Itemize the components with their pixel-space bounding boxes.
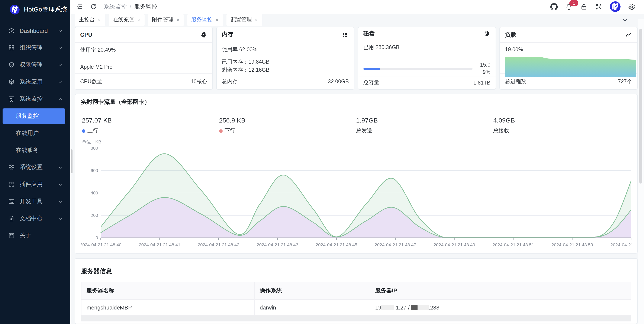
sidebar-item-system-monitor[interactable]: 系统监控	[0, 91, 70, 108]
stat-label: 下行	[224, 127, 235, 134]
server-table-row: mengshuaideMBP darwin 19 1.27 / .238	[81, 299, 631, 315]
disk-card-body: 已用 280.36GB 15.09%	[358, 40, 496, 76]
app-root: HotGo管理系统 Dashboard 组织管理 权限管	[0, 0, 644, 324]
sidebar-item-permissions[interactable]: 权限管理	[0, 56, 70, 73]
sidebar-item-label: 开发工具	[20, 198, 58, 205]
chevron-down-icon	[58, 46, 63, 50]
tab-close-icon[interactable]: ×	[176, 17, 179, 23]
tab-console[interactable]: 主控台 ×	[75, 14, 105, 26]
scrollbar-thumb[interactable]	[639, 29, 642, 184]
svg-text:2024-04-21 21:48:55: 2024-04-21 21:48:55	[610, 242, 632, 247]
trend-line-icon	[625, 31, 632, 38]
stat-label: 上行	[88, 127, 98, 134]
stat-total-sent: 1.97GB 总发送	[356, 117, 493, 134]
tab-close-icon[interactable]: ×	[255, 17, 258, 23]
refresh-icon[interactable]	[90, 3, 98, 11]
sidebar-item-label: 系统设置	[20, 163, 58, 171]
sidebar-item-docs[interactable]: 文档中心	[0, 210, 70, 227]
tab-online-recharge[interactable]: 在线充值 ×	[108, 14, 144, 26]
sidebar-item-label: 系统应用	[20, 78, 58, 86]
chevron-down-icon	[58, 28, 63, 33]
tab-label: 附件管理	[152, 17, 173, 24]
disk-used-text: 已用 280.36GB	[363, 44, 490, 51]
sidebar-subitem-service-monitor[interactable]: 服务监控	[2, 108, 65, 124]
sidebar-item-system-apps[interactable]: 系统应用	[0, 73, 70, 91]
tab-close-icon[interactable]: ×	[137, 17, 140, 23]
sidebar-item-organization[interactable]: 组织管理	[0, 39, 70, 56]
breadcrumb-parent[interactable]: 系统监控	[104, 3, 127, 11]
hotgo-koala-logo-icon	[10, 5, 20, 15]
cube-icon	[8, 78, 15, 86]
table-bottom-strip	[81, 315, 631, 321]
sidebar-item-about[interactable]: 关于	[0, 227, 70, 244]
tabbar-chevron-down-icon[interactable]	[622, 17, 629, 24]
traffic-card: 实时网卡流量（全部网卡） 257.07 KB 上行 256.9 KB 下行	[75, 94, 638, 253]
disk-pie-icon	[484, 30, 490, 37]
tab-close-icon[interactable]: ×	[98, 17, 101, 23]
svg-text:2024-04-21 21:48:40: 2024-04-21 21:48:40	[81, 242, 122, 247]
breadcrumb-current: 服务监控	[134, 3, 157, 11]
load-card-body: 19.00%	[500, 43, 637, 73]
sidebar-item-label: 系统监控	[20, 95, 58, 103]
server-os-cell: darwin	[254, 299, 370, 315]
footer-label: 总容量	[363, 79, 379, 87]
github-icon[interactable]	[550, 3, 558, 11]
tab-service-monitor[interactable]: 服务监控 ×	[187, 14, 223, 26]
memory-free-text: 剩余内存：12.16GB	[222, 66, 349, 74]
footer-label: CPU数量	[80, 78, 102, 85]
chevron-down-icon	[58, 80, 63, 84]
ip-redacted	[411, 304, 418, 310]
server-table: 服务器名称 操作系统 服务器IP mengshuaideMBP darwin 1…	[81, 282, 631, 315]
tab-config[interactable]: 配置管理 ×	[226, 14, 262, 26]
stat-label: 总接收	[493, 127, 509, 134]
server-ip-cell: 19 1.27 / .238	[370, 299, 631, 315]
svg-text:800: 800	[91, 146, 98, 150]
stat-label: 总发送	[356, 127, 372, 134]
svg-text:2024-04-21 21:48:49: 2024-04-21 21:48:49	[434, 242, 475, 247]
tab-attachments[interactable]: 附件管理 ×	[148, 14, 184, 26]
sidebar-subitem-label: 服务监控	[16, 112, 39, 120]
cpu-chip-icon	[200, 31, 207, 38]
notification-bell-icon[interactable]: 1	[565, 3, 573, 11]
sidebar-item-dashboard[interactable]: Dashboard	[0, 22, 70, 39]
lock-icon[interactable]	[580, 3, 588, 11]
tab-close-icon[interactable]: ×	[216, 17, 218, 23]
logo-row: HotGo管理系统	[0, 0, 70, 19]
user-avatar[interactable]	[610, 2, 620, 12]
stat-upload: 257.07 KB 上行	[82, 117, 219, 134]
disk-progress-row: 15.09%	[363, 62, 490, 76]
stat-value: 257.07 KB	[82, 117, 219, 124]
sidebar-subitem-online-services[interactable]: 在线服务	[0, 142, 70, 159]
load-percent-text: 19.00%	[505, 47, 632, 53]
sidebar-menu: Dashboard 组织管理 权限管理	[0, 22, 70, 244]
card-title: 内存	[222, 31, 233, 39]
svg-text:200: 200	[91, 213, 98, 218]
left-scrollbar-thumb[interactable]	[71, 149, 72, 173]
stat-label-row: 下行	[219, 127, 356, 134]
sidebar-subitem-label: 在线服务	[16, 146, 39, 154]
gauge-icon	[8, 27, 15, 34]
sidebar-item-plugins[interactable]: 插件应用	[0, 176, 70, 193]
ip-part: .238	[428, 304, 440, 310]
sidebar-subitem-label: 在线用户	[16, 129, 39, 137]
sidebar-item-label: 权限管理	[20, 61, 58, 69]
tab-bar: 主控台 × 在线充值 × 附件管理 × 服务监控 × 配置管理 ×	[70, 14, 644, 26]
card-title: 磁盘	[363, 30, 375, 37]
cpu-usage-text: 使用率 20.49%	[80, 47, 207, 54]
sidebar-item-dev-tools[interactable]: 开发工具	[0, 193, 70, 210]
load-card: 负载 19.00% 总进程数 727个	[500, 27, 638, 90]
sidebar-item-system-settings[interactable]: 系统设置	[0, 159, 70, 176]
breadcrumb: 系统监控 / 服务监控	[104, 3, 157, 11]
stat-value: 1.97GB	[356, 117, 493, 124]
settings-gear-icon[interactable]	[628, 3, 636, 11]
menu-collapse-icon[interactable]	[76, 3, 84, 11]
sidebar-subitem-online-users[interactable]: 在线用户	[0, 125, 70, 142]
sidebar-item-label: Dashboard	[20, 28, 58, 34]
cpu-card-header: CPU	[75, 27, 212, 43]
stat-cards-row: CPU 使用率 20.49% Apple M2 Pro CPU数量 10核心	[75, 27, 638, 90]
svg-text:2024-04-21 21:48:51: 2024-04-21 21:48:51	[492, 242, 534, 247]
load-sparkline-chart	[505, 56, 636, 77]
disk-card-footer: 总容量 1.81TB	[358, 76, 496, 89]
fullscreen-icon[interactable]	[595, 3, 603, 11]
stat-label-row: 总发送	[356, 127, 493, 134]
